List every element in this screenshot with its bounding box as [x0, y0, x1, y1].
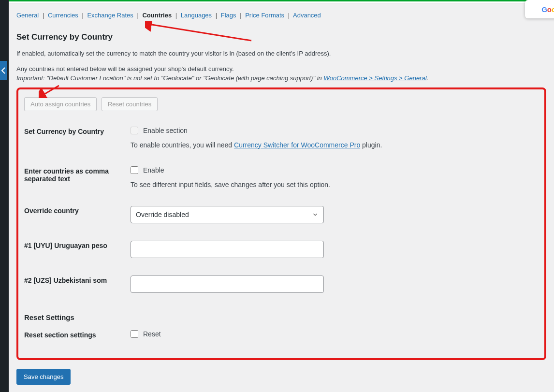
label-currency-1: #1 [UYU] Uruguayan peso — [24, 232, 131, 267]
label-comma-separated: Enter countries as comma separated text — [24, 158, 131, 197]
reset-section-checkbox-label: Reset — [143, 330, 161, 338]
subtab-general[interactable]: General — [16, 12, 39, 19]
note-text: Any countries not entered below will be … — [16, 65, 546, 73]
save-changes-button[interactable]: Save changes — [16, 369, 71, 385]
row-currency-2: #2 [UZS] Uzbekistani som — [24, 267, 539, 302]
label-set-currency-by-country: Set Currency by Country — [24, 118, 131, 158]
subtab-advanced[interactable]: Advanced — [293, 12, 321, 19]
reset-section-checkbox[interactable] — [131, 330, 138, 338]
annotation-arrow-checkbox — [39, 84, 63, 98]
row-currency-1: #1 [UYU] Uruguayan peso — [24, 232, 539, 267]
link-currency-switcher-pro[interactable]: Currency Switcher for WooCommerce Pro — [234, 141, 360, 149]
comma-help-text: To see different input fields, save chan… — [131, 181, 539, 189]
subtab-flags[interactable]: Flags — [221, 12, 236, 19]
important-note: Important: "Default Customer Location" i… — [16, 74, 546, 82]
notice-strip — [9, 0, 554, 3]
subtab-currencies[interactable]: Currencies — [48, 12, 78, 19]
currency-2-input[interactable] — [131, 276, 324, 293]
subtab-price-formats[interactable]: Price Formats — [245, 12, 284, 19]
page-title: Set Currency by Country — [16, 32, 546, 42]
subtab-languages[interactable]: Languages — [181, 12, 212, 19]
auto-assign-countries-button[interactable]: Auto assign countries — [24, 97, 97, 111]
highlighted-settings-box: Auto assign countries Reset countries Se… — [16, 87, 546, 360]
intro-text: If enabled, automatically set the curren… — [16, 49, 546, 58]
enable-section-help: To enable countries, you will need Curre… — [131, 141, 539, 149]
row-comma-separated: Enter countries as comma separated text … — [24, 158, 539, 197]
enable-comma-checkbox-label: Enable — [143, 166, 164, 174]
currency-1-input[interactable] — [131, 241, 324, 258]
collapse-tab[interactable] — [0, 61, 7, 80]
section-subtabs: General | Currencies | Exchange Rates | … — [16, 8, 546, 23]
reset-settings-heading: Reset Settings — [24, 313, 539, 321]
admin-sidebar — [0, 0, 9, 392]
subtab-exchange-rates[interactable]: Exchange Rates — [87, 12, 133, 19]
label-reset-section: Reset section settings — [24, 321, 131, 348]
google-translate-badge[interactable]: Google — [525, 0, 554, 18]
svg-line-3 — [43, 86, 59, 95]
subtab-countries[interactable]: Countries — [142, 12, 172, 19]
row-set-currency-by-country: Set Currency by Country Enable section T… — [24, 118, 539, 158]
override-country-select[interactable]: Override disabled — [131, 206, 324, 223]
label-currency-2: #2 [UZS] Uzbekistani som — [24, 267, 131, 302]
row-override-country: Override country Override disabled — [24, 197, 539, 232]
label-override-country: Override country — [24, 197, 131, 232]
link-woocommerce-settings[interactable]: WooCommerce > Settings > General — [323, 74, 426, 82]
reset-countries-button[interactable]: Reset countries — [102, 97, 158, 111]
enable-section-checkbox-label: Enable section — [143, 127, 188, 134]
enable-comma-checkbox[interactable] — [131, 166, 138, 174]
row-reset-section: Reset section settings Reset — [24, 321, 539, 348]
enable-section-checkbox[interactable] — [131, 127, 138, 134]
